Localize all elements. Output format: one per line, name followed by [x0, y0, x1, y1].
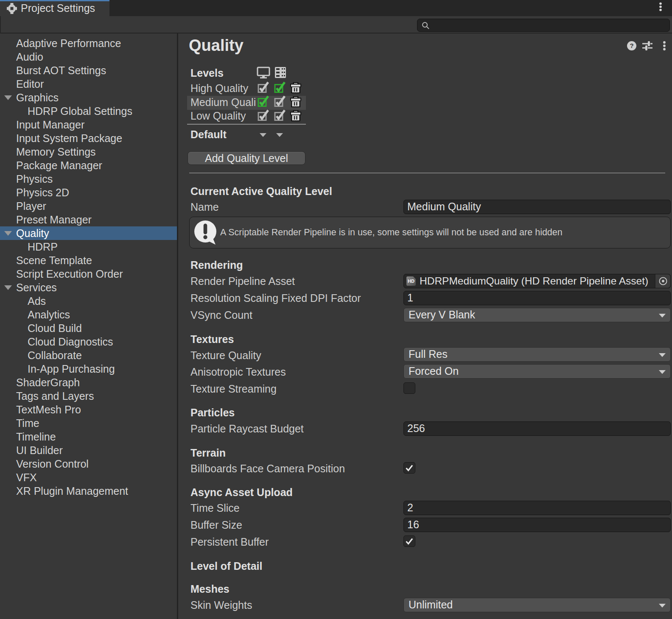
svg-text:?: ?: [630, 42, 633, 49]
